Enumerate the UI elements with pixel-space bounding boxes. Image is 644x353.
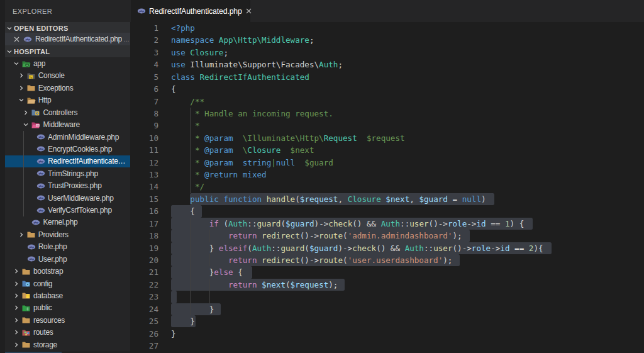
tree-item-routes[interactable]: routes [5, 327, 130, 339]
tree-item-label: TrustProxies.php [48, 181, 103, 190]
open-editor-item[interactable]: php RedirectIfAuthenticated.php ... [5, 33, 130, 45]
tree-item-label: config [33, 279, 53, 288]
tree-item-middleware[interactable]: Middleware [5, 118, 130, 130]
tree-item-storage[interactable]: storage [5, 339, 130, 350]
chevron-spacer [28, 207, 34, 213]
tree-item-label: UserMiddleware.php [48, 194, 115, 203]
tree-item-providers[interactable]: Providers [5, 228, 130, 240]
workspace-header[interactable]: HOSPITAL [5, 45, 130, 57]
open-editor-path-hint: ... [124, 36, 129, 43]
svg-text:php: php [26, 38, 31, 41]
chevron-right-icon[interactable] [23, 109, 29, 116]
folder-routes-icon [22, 328, 31, 337]
line-number: 25 [130, 315, 158, 327]
chevron-down-icon[interactable] [23, 121, 29, 128]
folder-console-icon [27, 72, 36, 80]
chevron-spacer [28, 134, 34, 140]
tree-item-label: storage [33, 340, 58, 349]
chevron-down-icon [6, 25, 13, 31]
tree-item-label: routes [33, 328, 55, 337]
chevron-right-icon[interactable] [18, 72, 25, 79]
tree-item-database[interactable]: database [5, 289, 130, 301]
tree-item-controllers[interactable]: Controllers [5, 106, 130, 118]
svg-text:php: php [29, 245, 34, 249]
chevron-down-icon[interactable] [13, 60, 19, 67]
chevron-down-icon[interactable] [18, 97, 25, 103]
tree-item-label: AdminMiddleware.php [48, 133, 120, 142]
code-line-1: <?php [171, 22, 195, 34]
php-file-icon: php [36, 169, 45, 177]
tree-item-http[interactable]: Http [5, 94, 130, 106]
tree-item-label: Http [38, 96, 53, 104]
code-line-17: if (Auth::guard($guard)->check() && Auth… [171, 218, 524, 230]
tree-item-label: User.php [38, 255, 69, 264]
chevron-right-icon[interactable] [13, 317, 19, 323]
chevron-right-icon[interactable] [13, 329, 19, 335]
folder-plain-icon [22, 267, 31, 276]
folder-open-icon [27, 96, 36, 104]
svg-text:php: php [39, 184, 44, 188]
tree-item-label: database [33, 291, 64, 300]
svg-text:php: php [39, 196, 44, 199]
tree-item-public[interactable]: public [5, 302, 130, 314]
tab-close-icon[interactable] [246, 8, 250, 14]
code-line-21: }else { [171, 266, 243, 278]
svg-text:php: php [39, 209, 44, 212]
tree-item-label: VerifyCsrfToken.php [48, 206, 113, 215]
php-file-icon: php [31, 218, 40, 227]
chevron-right-icon[interactable] [13, 305, 19, 311]
folder-plain-icon [27, 230, 36, 238]
tree-item-exceptions[interactable]: Exceptions [5, 82, 130, 94]
tree-item-config[interactable]: config [5, 277, 130, 289]
chevron-spacer [28, 171, 34, 177]
code-line-4: use Illuminate\Support\Facades\Auth; [171, 59, 343, 70]
chevron-right-icon[interactable] [18, 232, 25, 238]
code-line-9: * [171, 120, 200, 132]
tree-item-console[interactable]: Console [5, 70, 130, 82]
close-icon[interactable] [14, 36, 19, 42]
tree-item-label: bootstrap [33, 267, 64, 276]
tree-item-role-php[interactable]: phpRole.php [5, 241, 130, 253]
tree-item-user-php[interactable]: phpUser.php [5, 253, 130, 265]
tab-active[interactable]: php RedirectIfAuthenticated.php [131, 0, 250, 22]
tree-item-label: TrimStrings.php [48, 169, 99, 178]
folder-controllers-icon [31, 108, 40, 116]
line-number: 3 [130, 47, 158, 59]
line-number: 1 [130, 22, 158, 34]
chevron-spacer [28, 146, 34, 152]
svg-text:php: php [29, 257, 34, 261]
tree-item-label: Console [38, 71, 66, 80]
folder-database-icon [22, 291, 31, 300]
php-file-icon: php [36, 194, 45, 202]
line-number: 26 [130, 328, 158, 340]
explorer-title: EXPLORER [5, 0, 130, 22]
line-number: 4 [130, 59, 158, 70]
code-line-16: { [171, 205, 195, 217]
php-file-icon: php [36, 133, 45, 141]
tree-item-label: resources [33, 316, 66, 325]
tree-item-resources[interactable]: resources [5, 314, 130, 326]
tree-item-label: Providers [38, 230, 70, 239]
explorer-sidebar: EXPLORER OPEN EDITORS php RedirectIfAuth… [5, 0, 130, 353]
tree-item-kernel-php[interactable]: phpKernel.php [5, 216, 130, 228]
folder-plain-icon [27, 84, 36, 92]
tree-item-label: RedirectIfAuthenticated.php [48, 157, 130, 165]
code-editor[interactable]: 1<?php2namespace App\Http\Middleware;3us… [130, 22, 644, 353]
tree-item-app[interactable]: app [5, 57, 130, 69]
code-line-14: */ [171, 181, 204, 193]
chevron-right-icon[interactable] [13, 293, 19, 299]
php-file-icon: php [23, 35, 32, 43]
line-number: 5 [130, 71, 158, 83]
tree-item-bootstrap[interactable]: bootstrap [5, 265, 130, 277]
chevron-right-icon[interactable] [13, 281, 19, 287]
code-line-7: /** [171, 96, 204, 108]
svg-text:php: php [39, 148, 44, 151]
chevron-right-icon[interactable] [13, 268, 19, 274]
folder-public-icon [22, 304, 31, 312]
php-file-icon: php [27, 243, 36, 251]
chevron-right-icon[interactable] [13, 342, 19, 348]
line-number: 21 [130, 266, 158, 278]
svg-text:php: php [39, 135, 44, 138]
chevron-right-icon[interactable] [18, 85, 25, 91]
line-number: 2 [130, 34, 158, 46]
